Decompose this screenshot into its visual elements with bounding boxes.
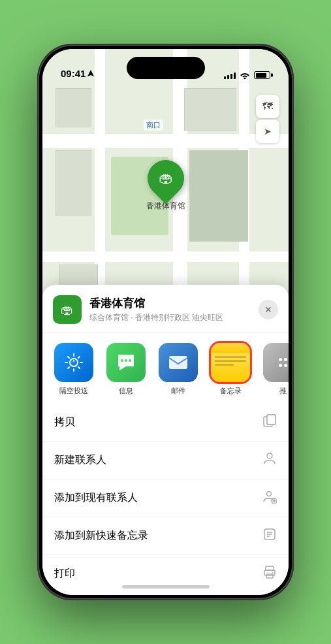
airdrop-label: 隔空投送 <box>59 386 88 396</box>
mail-icon <box>159 343 198 382</box>
mail-label: 邮件 <box>171 386 185 396</box>
phone-frame: 09:41 <box>37 44 294 600</box>
phone-screen: 09:41 <box>42 49 289 595</box>
location-arrow-icon <box>87 70 94 78</box>
print-icon <box>262 565 277 583</box>
svg-rect-5 <box>169 356 187 369</box>
location-pin: 🏟 香港体育馆 <box>146 160 185 212</box>
svg-point-9 <box>267 453 272 459</box>
more-label: 推 <box>279 386 287 396</box>
map-controls: 🗺 ➤ <box>256 95 279 143</box>
notes-label: 备忘录 <box>220 386 242 396</box>
venue-name: 香港体育馆 <box>89 296 259 311</box>
svg-point-0 <box>244 78 246 80</box>
share-row: 隔空投送 信息 <box>42 332 289 401</box>
more-icon <box>263 343 289 382</box>
action-copy[interactable]: 拷贝 <box>42 404 289 442</box>
venue-desc: 综合体育馆 · 香港特别行政区 油尖旺区 <box>89 312 259 323</box>
map-layers-button[interactable]: 🗺 <box>256 95 279 118</box>
battery-icon <box>254 71 270 79</box>
action-add-quick-note[interactable]: 添加到新快速备忘录 <box>42 517 289 555</box>
home-indicator <box>122 585 210 588</box>
wifi-icon <box>240 71 250 79</box>
status-icons <box>224 71 270 79</box>
svg-rect-20 <box>266 574 273 578</box>
share-item-more[interactable]: 推 <box>259 343 289 396</box>
bottom-sheet: 🏟 香港体育馆 综合体育馆 · 香港特别行政区 油尖旺区 ✕ <box>42 285 289 595</box>
signal-icon <box>224 71 236 79</box>
share-item-messages[interactable]: 信息 <box>102 343 150 396</box>
messages-icon <box>106 343 146 382</box>
messages-label: 信息 <box>119 386 133 396</box>
share-item-mail[interactable]: 邮件 <box>155 343 202 396</box>
quick-note-icon <box>262 527 277 545</box>
map-location-button[interactable]: ➤ <box>256 120 279 143</box>
svg-point-21 <box>272 572 274 573</box>
svg-rect-18 <box>266 566 274 570</box>
dynamic-island <box>127 57 205 79</box>
person-icon <box>262 451 277 469</box>
action-new-contact[interactable]: 新建联系人 <box>42 442 289 479</box>
svg-point-2 <box>121 359 123 362</box>
venue-info: 香港体育馆 综合体育馆 · 香港特别行政区 油尖旺区 <box>89 296 259 323</box>
quick-note-label: 添加到新快速备忘录 <box>54 529 148 543</box>
airdrop-icon <box>54 343 93 382</box>
svg-point-4 <box>129 359 131 362</box>
action-list: 拷贝 新建联系人 <box>42 404 289 592</box>
close-button[interactable]: ✕ <box>259 300 278 319</box>
copy-icon <box>262 413 277 431</box>
venue-icon: 🏟 <box>53 295 82 324</box>
map-label-nankou: 南口 <box>144 120 163 131</box>
add-existing-contact-label: 添加到现有联系人 <box>54 491 138 505</box>
sheet-header: 🏟 香港体育馆 综合体育馆 · 香港特别行政区 油尖旺区 ✕ <box>42 285 289 332</box>
svg-rect-8 <box>267 415 276 425</box>
action-add-existing-contact[interactable]: 添加到现有联系人 <box>42 479 289 517</box>
share-item-airdrop[interactable]: 隔空投送 <box>50 343 97 396</box>
person-add-icon <box>262 489 277 507</box>
share-item-notes[interactable]: 备忘录 <box>207 343 254 396</box>
copy-label: 拷贝 <box>54 415 75 429</box>
status-time: 09:41 <box>61 68 94 79</box>
svg-point-10 <box>267 492 272 496</box>
notes-icon <box>211 343 250 382</box>
print-label: 打印 <box>54 567 75 581</box>
svg-point-3 <box>125 359 127 362</box>
new-contact-label: 新建联系人 <box>54 453 106 467</box>
